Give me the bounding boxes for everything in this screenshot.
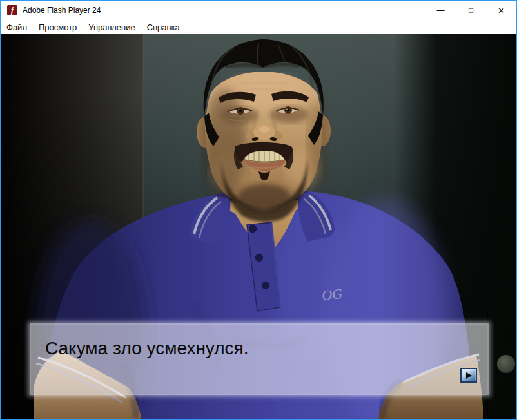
maximize-button[interactable]: □ xyxy=(456,1,486,20)
title-bar: f Adobe Flash Player 24 — □ ✕ xyxy=(1,1,516,20)
menu-help[interactable]: Справка xyxy=(147,23,180,32)
button xyxy=(249,225,257,233)
button xyxy=(262,282,269,289)
flash-icon: f xyxy=(7,5,17,15)
minimize-button[interactable]: — xyxy=(425,1,456,20)
advance-button[interactable] xyxy=(460,368,477,383)
play-icon xyxy=(466,372,472,379)
close-button[interactable]: ✕ xyxy=(486,1,516,20)
door-knob xyxy=(497,355,515,373)
menu-control[interactable]: Управление xyxy=(88,23,135,32)
menu-bar: Файл Просмотр Управление Справка xyxy=(1,20,516,34)
window-controls: — □ ✕ xyxy=(425,1,516,20)
flash-player-window: f Adobe Flash Player 24 — □ ✕ Файл Просм… xyxy=(0,0,517,420)
window-title: Adobe Flash Player 24 xyxy=(23,6,101,15)
menu-view[interactable]: Просмотр xyxy=(39,23,77,32)
game-stage[interactable]: OG xyxy=(1,34,516,419)
dialog-text: Сакума зло усмехнулся. xyxy=(31,325,487,359)
menu-file[interactable]: Файл xyxy=(6,23,27,32)
dialog-box[interactable]: Сакума зло усмехнулся. xyxy=(31,325,487,394)
shirt-logo: OG xyxy=(321,285,343,303)
button xyxy=(256,254,263,262)
